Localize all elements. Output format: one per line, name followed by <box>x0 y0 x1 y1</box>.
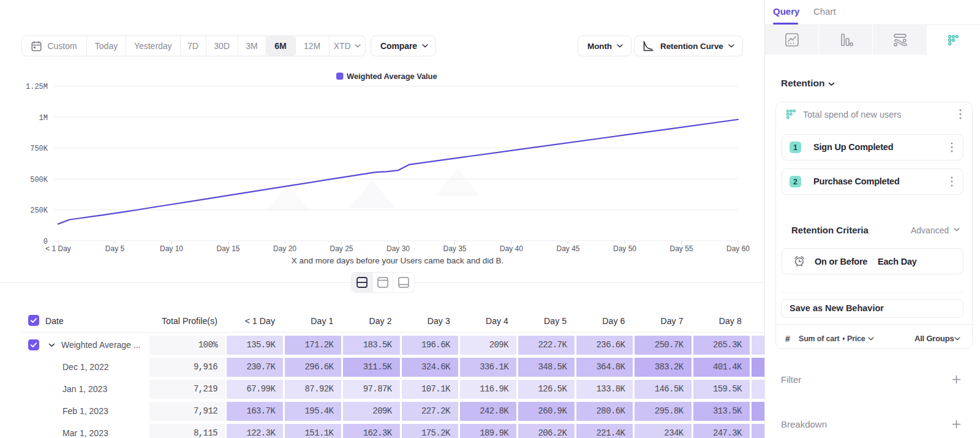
svg-text:< 1 Day: < 1 Day <box>45 244 71 253</box>
svg-text:Day 40: Day 40 <box>500 244 523 253</box>
svg-text:Day 20: Day 20 <box>273 244 296 253</box>
svg-text:Day 55: Day 55 <box>669 244 693 253</box>
svg-text:750K: 750K <box>30 145 48 153</box>
svg-text:Day 10: Day 10 <box>160 244 183 253</box>
svg-text:Day 50: Day 50 <box>613 244 636 253</box>
svg-text:Day 15: Day 15 <box>216 244 239 253</box>
svg-text:Day 5: Day 5 <box>105 244 125 253</box>
svg-text:Day 60: Day 60 <box>726 244 750 253</box>
svg-text:Day 35: Day 35 <box>443 244 466 253</box>
svg-text:1.25M: 1.25M <box>26 83 48 91</box>
svg-text:Day 25: Day 25 <box>330 244 353 253</box>
svg-text:500K: 500K <box>30 176 48 184</box>
svg-text:Day 30: Day 30 <box>386 244 410 253</box>
svg-text:Day 45: Day 45 <box>556 244 579 253</box>
svg-text:1M: 1M <box>39 114 48 123</box>
svg-text:X and more days before your Us: X and more days before your Users came b… <box>292 256 504 265</box>
svg-text:Weighted Average Value: Weighted Average Value <box>347 72 437 81</box>
svg-text:250K: 250K <box>30 206 48 215</box>
